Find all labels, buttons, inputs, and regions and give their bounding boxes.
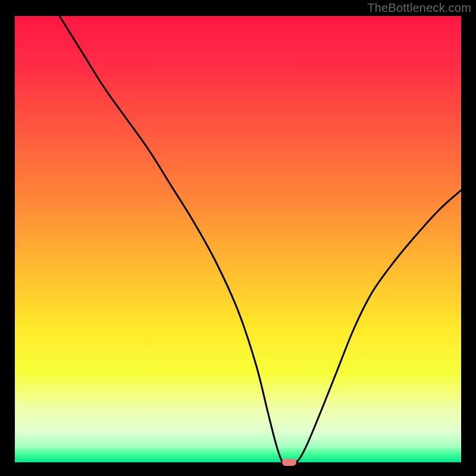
optimal-point-marker: [282, 459, 296, 465]
watermark-text: TheBottleneck.com: [367, 1, 471, 15]
bottleneck-curve: [15, 16, 461, 462]
plot-area: [15, 16, 461, 462]
chart-frame: TheBottleneck.com: [0, 0, 476, 476]
